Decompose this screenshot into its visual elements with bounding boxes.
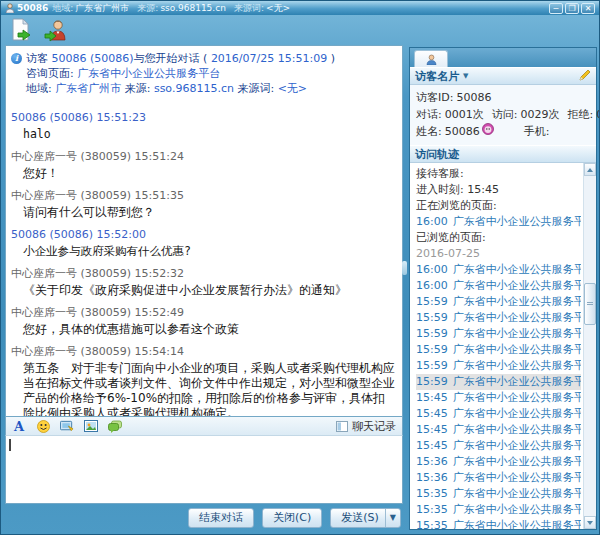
chat-bubbles-icon (108, 420, 122, 433)
panel-splitter[interactable] (402, 261, 407, 275)
visitor-avatar-icon (482, 123, 494, 140)
smiley-icon (37, 420, 50, 433)
transfer-visitor-button[interactable] (43, 18, 69, 42)
session-source-label: 来源: (125, 82, 154, 95)
trail-visited-label: 已浏览的页面: (416, 230, 581, 246)
send-button[interactable]: 发送(S) ▼ (330, 508, 401, 528)
messages: 50086 (50086) 15:51:23halo中心座席一号 (380059… (11, 111, 397, 417)
send-image-button[interactable] (84, 419, 98, 433)
titlebar-region-value: 广东省广州市 (75, 2, 129, 15)
main-toolbar (1, 15, 599, 44)
visitor-card-body: 访客ID: 50086 对话: 0001次 访问: 0029次 拒绝: 0000… (410, 85, 596, 145)
chats-value: 0001次 (445, 106, 484, 123)
chat-log[interactable]: i 访客 50086 (50086)与您开始对话 ( 2016/07/25 15… (5, 45, 403, 417)
chevron-down-icon: ▼ (463, 72, 468, 80)
chat-message: 中心座席一号 (380059) 15:52:49您好，具体的优惠措施可以参看这个… (11, 306, 397, 337)
chats-label: 对话: (416, 106, 442, 123)
action-bar: 结束对话 关闭(C) 发送(S) ▼ (5, 504, 403, 531)
scrollbar-thumb[interactable] (584, 283, 596, 325)
message-sender-time: 50086 (50086) 15:52:00 (11, 228, 397, 241)
trail-entry[interactable]: 15:36广东省中小企业公共服务平台 (416, 470, 581, 486)
titlebar-visitor-icon (5, 3, 15, 13)
trail-entry[interactable]: 15:35广东省中小企业公共服务平台 (416, 518, 581, 529)
session-page-link[interactable]: 广东省中小企业公共服务平台 (77, 67, 220, 80)
arrow-down-icon (587, 521, 593, 525)
trail-entry[interactable]: 15:45广东省中小企业公共服务平台 (416, 438, 581, 454)
trail-enter-time: 15:45 (467, 183, 499, 196)
emoticon-button[interactable] (36, 419, 50, 433)
send-button-label: 发送(S) (341, 509, 379, 527)
close-button[interactable]: ✕ (581, 3, 595, 14)
titlebar-keyword-value: <无> (266, 2, 290, 15)
person-tab-icon (426, 54, 437, 65)
screen-capture-button[interactable] (60, 419, 74, 433)
trail-entry[interactable]: 15:45广东省中小企业公共服务平台 (416, 390, 581, 406)
session-start-time: 2016/07/25 15:51:09 (211, 52, 327, 65)
chat-message: 中心座席一号 (380059) 15:51:35请问有什么可以帮到您？ (11, 189, 397, 220)
chat-history-label[interactable]: 聊天记录 (352, 419, 396, 434)
phone-label: 手机: (524, 123, 550, 140)
trail-entry[interactable]: 15:59广东省中小企业公共服务平台 (416, 294, 581, 310)
person-transfer-icon (44, 18, 68, 42)
close-button-bottom[interactable]: 关闭(C) (262, 508, 322, 528)
trail-entry[interactable]: 15:59广东省中小企业公共服务平台 (416, 326, 581, 342)
scroll-up-button[interactable] (584, 163, 596, 176)
text-caret (9, 439, 11, 451)
tab-visitor-info[interactable] (414, 50, 448, 67)
scroll-down-button[interactable] (584, 516, 596, 529)
chat-history-icon[interactable] (336, 421, 348, 432)
trail-list: 接待客服: 进入时刻: 15:45 正在浏览的页面: 16:00广东省中小企业公… (410, 163, 583, 529)
message-sender-time: 中心座席一号 (380059) 15:52:32 (11, 267, 397, 280)
trail-date: 2016-07-25 (416, 246, 581, 262)
font-button[interactable]: A (12, 419, 26, 433)
chat-message: 中心座席一号 (380059) 15:51:24您好！ (11, 150, 397, 181)
rejects-value: 0000次 (596, 106, 600, 123)
trail-entry[interactable]: 15:36广东省中小企业公共服务平台 (416, 454, 581, 470)
visitor-card-title[interactable]: 访客名片 (415, 69, 459, 84)
trail-entry[interactable]: 15:45广东省中小企业公共服务平台 (416, 422, 581, 438)
maximize-button[interactable]: ❐ (565, 3, 579, 14)
trail-entry[interactable]: 15:59广东省中小企业公共服务平台 (416, 342, 581, 358)
trail-enter-label: 进入时刻: (416, 183, 467, 196)
message-text: 请问有什么可以帮到您？ (23, 205, 397, 220)
session-keyword-label: 来源词: (237, 82, 277, 95)
minimize-button[interactable]: ─ (549, 3, 563, 14)
session-region-label: 地域: (26, 82, 55, 95)
edit-card-button[interactable] (579, 69, 591, 84)
message-sender-time: 中心座席一号 (380059) 15:51:35 (11, 189, 397, 202)
info-icon: i (11, 53, 22, 64)
send-options-dropdown[interactable]: ▼ (385, 509, 400, 527)
trail-entry[interactable]: 15:35广东省中小企业公共服务平台 (416, 502, 581, 518)
session-suffix: ) (327, 52, 335, 65)
trail-entry[interactable]: 15:59广东省中小企业公共服务平台 (416, 358, 581, 374)
visits-label: 访问: (492, 106, 518, 123)
chat-message: 中心座席一号 (380059) 15:52:32《关于印发《政府采购促进中小企业… (11, 267, 397, 298)
composer-toolbar: A (5, 417, 403, 436)
trail-scrollbar[interactable] (583, 163, 596, 529)
quick-reply-button[interactable] (108, 419, 122, 433)
visitor-card-header: 访客名片 ▼ (410, 67, 596, 85)
chat-message: 50086 (50086) 15:52:00小企业参与政府采购有什么优惠? (11, 228, 397, 259)
export-conversation-button[interactable] (8, 18, 34, 42)
session-source: sso.968115.cn (154, 82, 234, 95)
trail-entry[interactable]: 16:00广东省中小企业公共服务平台 (416, 262, 581, 278)
titlebar-visitor-id: 50086 (17, 3, 48, 13)
session-visitor: 50086 (50086) (52, 52, 134, 65)
message-input[interactable] (5, 436, 403, 504)
name-label: 姓名: (416, 123, 442, 140)
message-text: halo (23, 127, 397, 142)
trail-entry[interactable]: 16:00广东省中小企业公共服务平台 (416, 278, 581, 294)
trail-entry[interactable]: 15:59广东省中小企业公共服务平台 (416, 374, 581, 390)
chat-window: 50086 地域: 广东省广州市 来源: sso.968115.cn 来源词: … (0, 0, 600, 535)
arrow-up-icon (587, 168, 593, 172)
message-sender-time: 中心座席一号 (380059) 15:51:24 (11, 150, 397, 163)
trail-entry[interactable]: 15:45广东省中小企业公共服务平台 (416, 406, 581, 422)
pencil-icon (579, 69, 591, 81)
chat-message: 50086 (50086) 15:51:23halo (11, 111, 397, 142)
trail-entry[interactable]: 15:35广东省中小企业公共服务平台 (416, 486, 581, 502)
trail-entry[interactable]: 15:59广东省中小企业公共服务平台 (416, 310, 581, 326)
visitor-panel-tabbar (410, 48, 596, 67)
trail-current-page[interactable]: 16:00广东省中小企业公共服务平台 (416, 214, 581, 230)
end-conversation-button[interactable]: 结束对话 (188, 508, 254, 528)
trail-title: 访问轨迹 (415, 147, 459, 162)
